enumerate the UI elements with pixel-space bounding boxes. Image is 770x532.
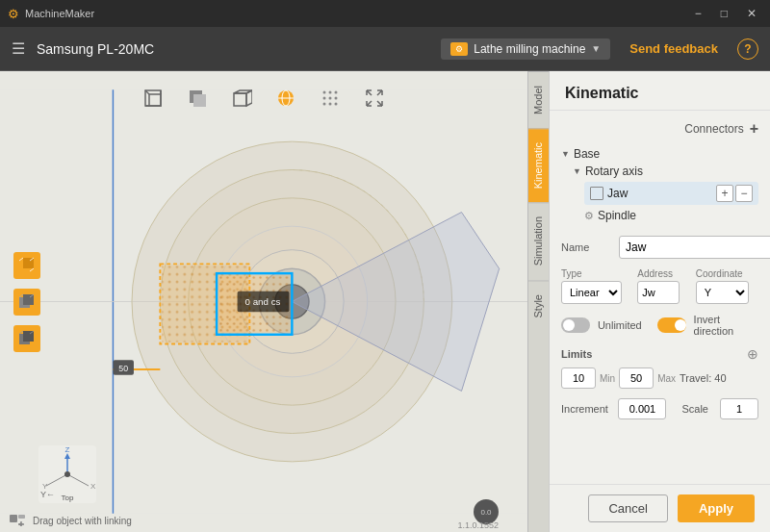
address-sublabel: Address: [637, 268, 689, 279]
coordinate-group: Coordinate Y X Z: [696, 268, 758, 304]
cross-arrows-icon[interactable]: [361, 85, 388, 112]
svg-point-14: [323, 91, 326, 94]
svg-point-20: [323, 103, 326, 106]
travel-text: Travel: 40: [680, 372, 727, 384]
cube-icon-3[interactable]: [13, 325, 40, 352]
tree-jaw-label: Jaw: [607, 187, 628, 200]
titlebar-controls: − □ ✕: [689, 5, 762, 22]
version-text: 1.1.0.1552: [457, 520, 499, 530]
left-cube-toolbar: [13, 252, 40, 352]
box-solid-icon[interactable]: [184, 85, 211, 112]
tree-add-btn[interactable]: +: [716, 185, 733, 202]
help-button[interactable]: ?: [737, 38, 758, 60]
limit-min-label: Min: [600, 373, 615, 384]
app-title: MachineMaker: [25, 8, 94, 19]
svg-point-18: [329, 97, 332, 100]
type-row: Type Linear Rotary Address Coordinate: [561, 268, 758, 304]
limits-row: Limits ⊕: [561, 346, 758, 362]
invert-label: Invert direction: [694, 314, 758, 337]
close-button[interactable]: ✕: [741, 5, 762, 22]
tab-simulation[interactable]: Simulation: [528, 202, 549, 279]
box-wire-icon[interactable]: [228, 85, 255, 112]
tree-base-item[interactable]: ▼ Base: [561, 145, 758, 163]
svg-rect-1: [149, 94, 161, 106]
menu-icon[interactable]: ☰: [12, 39, 25, 58]
view-toolbar: [0, 85, 527, 112]
side-tabs: Model Kinematic Simulation Style: [527, 71, 549, 532]
svg-point-21: [329, 103, 332, 106]
invert-knob: [675, 319, 686, 331]
tree-jaw-selected[interactable]: Jaw + −: [584, 182, 758, 205]
svg-point-17: [323, 97, 326, 100]
app-icon: ⚙: [8, 7, 19, 21]
svg-text:50: 50: [118, 364, 128, 373]
svg-line-70: [19, 331, 23, 334]
tab-style[interactable]: Style: [528, 280, 549, 331]
limit-max-input[interactable]: [619, 367, 654, 389]
cancel-button[interactable]: Cancel: [588, 494, 667, 522]
svg-marker-10: [246, 90, 252, 106]
tab-model[interactable]: Model: [528, 71, 549, 128]
cube-icon-1[interactable]: [13, 252, 40, 279]
increment-input[interactable]: [618, 398, 666, 419]
box-outline-icon[interactable]: [140, 85, 167, 112]
minimize-button[interactable]: −: [689, 5, 707, 22]
svg-point-22: [335, 103, 338, 106]
jaw-icon: [590, 187, 603, 200]
tree-rotary-item[interactable]: ▼ Rotary axis: [561, 163, 758, 180]
viewport[interactable]: 0 and cs 50: [0, 71, 527, 532]
tree-expand-icon: ▼: [561, 149, 570, 159]
viewport-bottom: Drag object with linking: [10, 515, 132, 526]
feedback-button[interactable]: Send feedback: [622, 38, 726, 60]
coordinate-select[interactable]: Y X Z: [696, 281, 749, 304]
limits-settings-icon[interactable]: ⊕: [747, 346, 758, 362]
scale-input[interactable]: [720, 398, 758, 419]
invert-toggle[interactable]: [657, 317, 686, 333]
machine-name: Samsung PL-20MC: [37, 41, 429, 57]
cube-icon-2[interactable]: [13, 289, 40, 316]
svg-line-63: [30, 268, 34, 271]
add-connector-button[interactable]: +: [750, 120, 758, 138]
panel-footer: Cancel Apply: [550, 484, 770, 532]
name-input[interactable]: [619, 236, 770, 259]
kinematic-tree: ▼ Base ▼ Rotary axis Jaw: [561, 145, 758, 224]
machine-type-selector[interactable]: ⚙ Lathe milling machine ▼: [441, 38, 610, 60]
connectors-row: Connectors +: [561, 120, 758, 138]
machine-type-icon: ⚙: [450, 42, 468, 56]
tab-kinematic[interactable]: Kinematic: [528, 128, 549, 202]
svg-text:Top: Top: [62, 494, 74, 502]
maximize-button[interactable]: □: [715, 5, 733, 22]
type-select[interactable]: Linear Rotary: [561, 281, 622, 304]
limits-label: Limits: [561, 348, 592, 360]
limit-min-input[interactable]: [561, 367, 596, 389]
unlimited-toggle[interactable]: [561, 317, 590, 333]
svg-text:Z: Z: [65, 445, 70, 454]
tree-expand-icon-2: ▼: [573, 166, 581, 176]
view-indicator-label: 0.0: [480, 508, 491, 517]
drag-label: Drag object with linking: [33, 516, 132, 526]
titlebar-left: ⚙ MachineMaker: [8, 7, 94, 21]
dot-pattern-icon[interactable]: [317, 85, 344, 112]
coordinate-sublabel: Coordinate: [696, 268, 758, 279]
increment-row: Increment Scale: [561, 398, 758, 419]
svg-text:0 and cs: 0 and cs: [245, 296, 281, 307]
tree-base-label: Base: [574, 147, 600, 161]
machine-type-label: Lathe milling machine: [474, 42, 585, 56]
connectors-label: Connectors: [684, 122, 743, 136]
tree-remove-btn[interactable]: −: [735, 185, 753, 202]
sphere-icon[interactable]: [272, 85, 299, 112]
tree-spindle-item[interactable]: ⚙ Spindle: [561, 207, 758, 224]
svg-marker-87: [18, 522, 21, 526]
type-sublabel: Type: [561, 268, 631, 279]
apply-button[interactable]: Apply: [678, 494, 755, 522]
tree-jaw-row: Jaw + −: [561, 182, 758, 205]
address-input[interactable]: [637, 281, 680, 304]
toolbar: ☰ Samsung PL-20MC ⚙ Lathe milling machin…: [0, 27, 770, 71]
svg-rect-8: [234, 93, 246, 106]
spindle-icon: ⚙: [584, 210, 594, 222]
machine-type-chevron: ▼: [591, 43, 601, 54]
name-field-row: Name ...: [561, 236, 758, 259]
address-group: Address: [637, 268, 689, 304]
svg-point-15: [329, 91, 332, 94]
svg-rect-82: [10, 515, 17, 522]
